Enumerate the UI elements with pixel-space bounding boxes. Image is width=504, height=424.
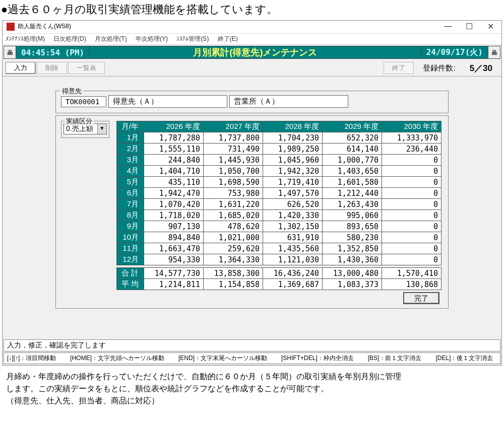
list-button[interactable]: 一覧表 [68, 62, 105, 74]
cell-total: 1,570,410 [382, 268, 442, 279]
row-total: 合 計14,577,73013,858,30016,436,24013,000,… [117, 268, 442, 279]
cell-value[interactable]: 631,910 [263, 232, 323, 243]
customer-code-input[interactable]: TOK00001 [61, 96, 106, 107]
cell-value[interactable]: 1,555,110 [144, 144, 204, 155]
row-head-month: 6月 [117, 188, 144, 199]
printer-right-icon[interactable]: 🖶 [488, 46, 500, 58]
cell-total: 13,858,300 [204, 268, 263, 279]
cell-value[interactable]: 1,000,770 [323, 155, 382, 166]
exit-button[interactable]: 終了 [384, 62, 414, 74]
cell-value[interactable]: 0 [382, 210, 442, 221]
cell-value[interactable]: 1,704,230 [263, 132, 323, 144]
cell-value[interactable]: 0 [382, 177, 442, 188]
menu-maintenance[interactable]: ﾒﾝﾃﾅﾝｽ処理(M) [6, 35, 45, 42]
cell-value[interactable]: 1,435,560 [263, 243, 323, 254]
cell-value[interactable]: 1,045,960 [263, 155, 323, 166]
cell-value[interactable]: 1,719,410 [263, 177, 323, 188]
cell-value[interactable]: 0 [382, 199, 442, 210]
input-button[interactable]: 入力 [6, 62, 36, 74]
cell-value[interactable]: 1,601,580 [323, 177, 382, 188]
cell-value[interactable]: 1,787,280 [144, 132, 204, 144]
cell-total: 16,436,240 [263, 268, 323, 279]
cell-value[interactable]: 1,942,470 [144, 188, 204, 199]
table-row: 2月1,555,110731,4901,989,250614,140236,44… [117, 144, 442, 155]
cell-value[interactable]: 580,230 [323, 232, 382, 243]
menu-system[interactable]: ｼｽﾃﾑ管理(S) [176, 35, 209, 42]
menu-yearly[interactable]: 年次処理(Y) [136, 35, 168, 42]
row-head-month: 12月 [117, 254, 144, 265]
cell-value[interactable]: 731,490 [204, 144, 263, 155]
cell-value[interactable]: 652,320 [323, 132, 382, 144]
cell-value[interactable]: 1,718,020 [144, 210, 204, 221]
cell-value[interactable]: 478,620 [204, 221, 263, 232]
cell-value[interactable]: 907,130 [144, 221, 204, 232]
cell-value[interactable]: 1,121,030 [263, 254, 323, 265]
cell-value[interactable]: 0 [382, 155, 442, 166]
cell-value[interactable]: 0 [382, 188, 442, 199]
cell-value[interactable]: 995,060 [323, 210, 382, 221]
cell-value[interactable]: 0 [382, 254, 442, 265]
minimize-button[interactable]: — [441, 22, 455, 31]
cell-value[interactable]: 0 [382, 221, 442, 232]
grid-panel: 実績区分 0.売上額 ▼ 月/年 2026 年度 2027 [55, 115, 449, 309]
cell-value[interactable]: 1,631,220 [204, 199, 263, 210]
cell-value[interactable]: 244,840 [144, 155, 204, 166]
cell-value[interactable]: 435,110 [144, 177, 204, 188]
cell-value[interactable]: 1,364,330 [204, 254, 263, 265]
cell-value[interactable]: 753,980 [204, 188, 263, 199]
cell-value[interactable]: 893,650 [323, 221, 382, 232]
maximize-button[interactable]: ☐ [462, 22, 476, 31]
cell-value[interactable]: 614,140 [323, 144, 382, 155]
cell-value[interactable]: 0 [382, 232, 442, 243]
menubar: ﾒﾝﾃﾅﾝｽ処理(M) 日次処理(D) 月次処理(T) 年次処理(Y) ｼｽﾃﾑ… [3, 34, 501, 45]
cell-value[interactable]: 0 [382, 243, 442, 254]
close-button[interactable]: ✕ [483, 22, 497, 31]
cell-value[interactable]: 1,430,360 [323, 254, 382, 265]
cell-value[interactable]: 1,445,930 [204, 155, 263, 166]
cell-value[interactable]: 236,440 [382, 144, 442, 155]
customer-legend: 得意先 [60, 87, 84, 96]
cell-value[interactable]: 1,212,440 [323, 188, 382, 199]
cell-value[interactable]: 1,989,250 [263, 144, 323, 155]
customer-name-input[interactable]: 得意先（Ａ） [108, 95, 227, 108]
cell-value[interactable]: 626,520 [263, 199, 323, 210]
cell-value[interactable]: 1,698,590 [204, 177, 263, 188]
menu-exit[interactable]: 終了(E) [218, 35, 238, 42]
cell-value[interactable]: 0 [382, 166, 442, 177]
cell-value[interactable]: 1,737,800 [204, 132, 263, 144]
cell-value[interactable]: 1,352,850 [323, 243, 382, 254]
done-button[interactable]: 完了 [403, 292, 439, 304]
cell-value[interactable]: 1,685,020 [204, 210, 263, 221]
date: 24/09/17(火) [421, 46, 488, 58]
kubun-fieldset: 実績区分 0.売上額 ▼ [61, 121, 109, 138]
cell-value[interactable]: 1,942,320 [263, 166, 323, 177]
cell-value[interactable]: 1,263,430 [323, 199, 382, 210]
office-name-input[interactable]: 営業所（Ａ） [229, 95, 348, 108]
cell-value[interactable]: 954,330 [144, 254, 204, 265]
printer-left-icon[interactable]: 🖶 [4, 46, 16, 58]
cell-value[interactable]: 259,620 [204, 243, 263, 254]
th-year-2: 2028 年度 [263, 121, 323, 132]
cell-average: 1,154,858 [204, 279, 263, 290]
cell-value[interactable]: 1,404,710 [144, 166, 204, 177]
cell-value[interactable]: 1,050,700 [204, 166, 263, 177]
cell-value[interactable]: 1,403,650 [323, 166, 382, 177]
kubun-legend: 実績区分 [65, 117, 94, 126]
cell-value[interactable]: 1,302,150 [263, 221, 323, 232]
cell-value[interactable]: 1,021,000 [204, 232, 263, 243]
table-row: 10月894,8401,021,000631,910580,2300 [117, 232, 442, 243]
cell-value[interactable]: 894,840 [144, 232, 204, 243]
cell-value[interactable]: 1,333,970 [382, 132, 442, 144]
cell-value[interactable]: 1,663,470 [144, 243, 204, 254]
register-count-value: 5／30 [470, 62, 492, 74]
cell-value[interactable]: 1,420,330 [263, 210, 323, 221]
main-area: 得意先 TOK00001 得意先（Ａ） 営業所（Ａ） 実績区分 0.売上額 ▼ [3, 77, 501, 338]
delete-button[interactable]: 削除 [37, 62, 67, 74]
menu-monthly[interactable]: 月次処理(T) [95, 35, 127, 42]
table-row: 1月1,787,2801,737,8001,704,230652,3201,33… [117, 132, 442, 144]
menu-daily[interactable]: 日次処理(D) [53, 35, 86, 42]
footer-line-1: 月締め・年度締めの操作を行っていただくだけで、自動的に６０か月（５年間）の取引実… [6, 371, 498, 383]
row-head-month: 9月 [117, 221, 144, 232]
cell-value[interactable]: 1,497,570 [263, 188, 323, 199]
cell-value[interactable]: 1,070,420 [144, 199, 204, 210]
